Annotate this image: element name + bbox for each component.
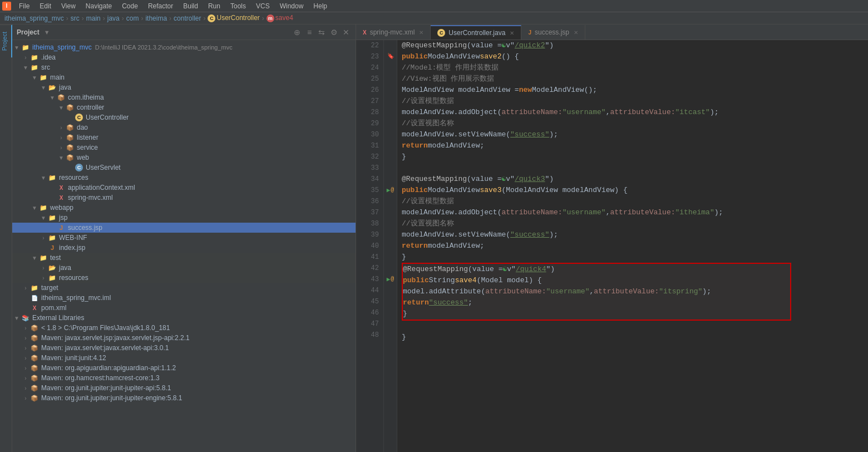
menu-window[interactable]: Window — [275, 1, 308, 11]
menu-code[interactable]: Code — [117, 1, 142, 11]
collapse-all-icon[interactable]: ≡ — [304, 28, 314, 37]
tree-arrow-maven7[interactable]: › — [21, 395, 30, 401]
breadcrumb-project[interactable]: itheima_spring_mvc — [4, 14, 64, 22]
tab-springmvc[interactable]: X spring-mvc.xml ✕ — [356, 25, 431, 40]
tree-arrow-maven5[interactable]: › — [21, 375, 30, 381]
close-sidebar-icon[interactable]: ✕ — [341, 28, 351, 37]
tree-arrow-maven1[interactable]: › — [21, 335, 30, 341]
tree-web[interactable]: ▼ 📦 web — [12, 153, 356, 163]
tree-maven2[interactable]: › 📦 Maven: javax.servlet:javax.servlet-a… — [12, 343, 356, 353]
tree-webapp[interactable]: ▼ 📁 webapp — [12, 203, 356, 213]
tree-arrow-jdk[interactable]: › — [21, 325, 30, 331]
tree-appctx[interactable]: X applicationContext.xml — [12, 183, 356, 193]
tree-arrow-web[interactable]: ▼ — [57, 155, 66, 161]
tab-successjsp[interactable]: J success.jsp ✕ — [521, 25, 585, 40]
tab-usercontroller-close[interactable]: ✕ — [510, 30, 514, 36]
scroll-from-source-icon[interactable]: ⇆ — [317, 28, 327, 37]
tree-resources[interactable]: ▼ 📁 resources — [12, 173, 356, 183]
breadcrumb-src[interactable]: src — [71, 14, 80, 22]
expand-all-icon[interactable]: ⊕ — [292, 28, 302, 37]
tree-arrow-service[interactable]: › — [57, 145, 66, 151]
breadcrumb-java[interactable]: java — [107, 14, 120, 22]
menu-vcs[interactable]: VCS — [251, 1, 274, 11]
tree-service[interactable]: › 📦 service — [12, 143, 356, 153]
tree-controller[interactable]: ▼ 📦 controller — [12, 102, 356, 112]
tree-arrow-webapp[interactable]: ▼ — [30, 205, 39, 211]
tree-arrow-controller[interactable]: ▼ — [57, 105, 66, 111]
tree-src[interactable]: ▼ 📁 src — [12, 62, 356, 72]
tree-usercontroller[interactable]: C UserController — [12, 112, 356, 122]
tree-dao[interactable]: › 📦 dao — [12, 122, 356, 132]
tab-successjsp-close[interactable]: ✕ — [574, 30, 578, 36]
tree-arrow-test[interactable]: ▼ — [30, 255, 39, 261]
tree-extlibs[interactable]: ▼ 📚 External Libraries — [12, 313, 356, 323]
tree-arrow-listener[interactable]: › — [57, 135, 66, 141]
tree-arrow-java[interactable]: ▼ — [39, 85, 48, 91]
tree-arrow-test-resources[interactable]: › — [39, 275, 48, 281]
tree-arrow-jsp-folder[interactable]: ▼ — [39, 215, 48, 221]
tree-maven7[interactable]: › 📦 Maven: org.junit.jupiter:junit-jupit… — [12, 393, 356, 403]
tree-arrow-webinf[interactable]: › — [39, 235, 48, 241]
menu-view[interactable]: View — [57, 1, 80, 11]
menu-tools[interactable]: Tools — [226, 1, 250, 11]
tree-listener[interactable]: › 📦 listener — [12, 132, 356, 143]
menu-navigate[interactable]: Navigate — [81, 1, 116, 11]
run-35-icon[interactable]: ▶ — [387, 185, 391, 196]
run-43-icon[interactable]: ▶ — [387, 274, 391, 285]
tree-arrow-test-java[interactable]: › — [39, 265, 48, 271]
tree-arrow-src[interactable]: ▼ — [21, 65, 30, 71]
tree-test[interactable]: ▼ 📁 test — [12, 253, 356, 263]
tree-webinf[interactable]: › 📁 WEB-INF — [12, 233, 356, 243]
code-content[interactable]: @RequestMapping (value = ☯ v " /quick2 "… — [397, 40, 868, 452]
tree-iml[interactable]: 📄 itheima_spring_mvc.iml — [12, 293, 356, 303]
tree-jsp-folder[interactable]: ▼ 📁 jsp — [12, 213, 356, 223]
tree-root[interactable]: ▼ 📁 itheima_spring_mvc D:\IntelliJ IDEA … — [12, 42, 356, 52]
tree-test-resources[interactable]: › 📁 resources — [12, 273, 356, 283]
breadcrumb-usercontroller[interactable]: CUserController — [208, 14, 259, 22]
tree-maven5[interactable]: › 📦 Maven: org.hamcrest:hamcrest-core:1.… — [12, 373, 356, 383]
tree-arrow-maven6[interactable]: › — [21, 385, 30, 391]
menu-build[interactable]: Build — [179, 1, 203, 11]
tree-jdk[interactable]: › 📦 < 1.8 > C:\Program Files\Java\jdk1.8… — [12, 323, 356, 333]
tree-successjsp[interactable]: J success.jsp — [12, 223, 356, 233]
tree-arrow-root[interactable]: ▼ — [12, 45, 21, 51]
breadcrumb-com[interactable]: com — [126, 14, 139, 22]
breadcrumb-save4[interactable]: msave4 — [267, 14, 293, 22]
menu-refactor[interactable]: Refactor — [144, 1, 177, 11]
tree-target[interactable]: › 📁 target — [12, 283, 356, 293]
tree-arrow-com[interactable]: ▼ — [48, 95, 57, 101]
tree-arrow-maven4[interactable]: › — [21, 365, 30, 371]
tree-userservlet[interactable]: C UserServlet — [12, 163, 356, 173]
menu-run[interactable]: Run — [204, 1, 225, 11]
tree-pom[interactable]: X pom.xml — [12, 303, 356, 313]
menu-edit[interactable]: Edit — [35, 1, 56, 11]
tree-maven4[interactable]: › 📦 Maven: org.apiguardian:apiguardian-a… — [12, 363, 356, 373]
tree-arrow-maven2[interactable]: › — [21, 345, 30, 351]
tree-springmvc[interactable]: X spring-mvc.xml — [12, 193, 356, 203]
tree-arrow-extlibs[interactable]: ▼ — [12, 315, 21, 321]
tree-arrow-target[interactable]: › — [21, 285, 30, 291]
tree-arrow-resources[interactable]: ▼ — [39, 175, 48, 181]
gear-icon[interactable]: ⚙ — [329, 28, 339, 37]
tree-main[interactable]: ▼ 📁 main — [12, 72, 356, 82]
tree-maven3[interactable]: › 📦 Maven: junit:junit:4.12 — [12, 353, 356, 363]
tree-idea[interactable]: › 📁 .idea — [12, 52, 356, 62]
project-tab[interactable]: Project — [0, 24, 12, 57]
tree-indexjsp[interactable]: J index.jsp — [12, 243, 356, 253]
tab-springmvc-close[interactable]: ✕ — [419, 30, 423, 36]
menu-help[interactable]: Help — [309, 1, 332, 11]
tree-arrow-idea[interactable]: › — [21, 55, 30, 61]
tree-com[interactable]: ▼ 📦 com.itheima — [12, 92, 356, 102]
breadcrumb-controller[interactable]: controller — [174, 14, 201, 22]
tree-arrow-dao[interactable]: › — [57, 125, 66, 131]
tree-test-java[interactable]: › 📂 java — [12, 263, 356, 273]
tree-maven6[interactable]: › 📦 Maven: org.junit.jupiter:junit-jupit… — [12, 383, 356, 393]
menu-file[interactable]: File — [14, 1, 34, 11]
tree-arrow-main[interactable]: ▼ — [30, 75, 39, 81]
tree-arrow-maven3[interactable]: › — [21, 355, 30, 361]
tree-java[interactable]: ▼ 📂 java — [12, 82, 356, 92]
tab-usercontroller[interactable]: C UserController.java ✕ — [431, 25, 521, 40]
breadcrumb-itheima[interactable]: itheima — [145, 14, 167, 22]
breadcrumb-main[interactable]: main — [86, 14, 101, 22]
tree-maven1[interactable]: › 📦 Maven: javax.servlet.jsp:javax.servl… — [12, 333, 356, 343]
